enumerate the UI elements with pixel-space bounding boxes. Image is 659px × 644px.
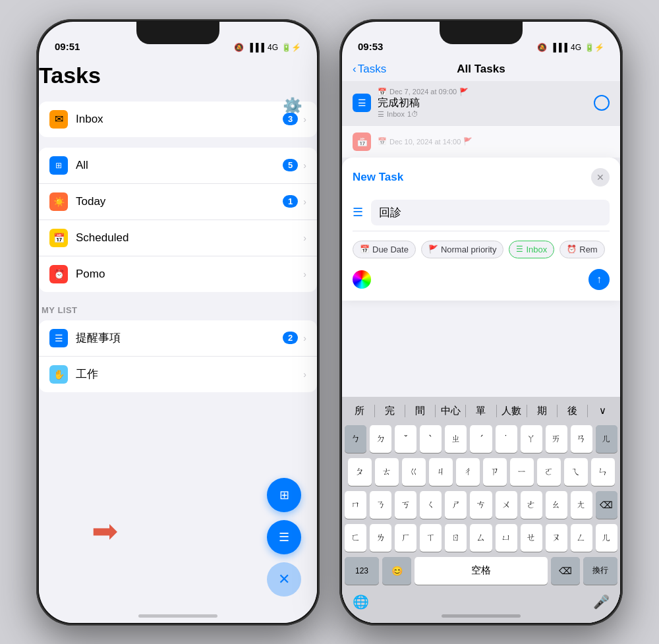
suggest-4[interactable]: 單 [466,402,496,420]
color-wheel[interactable] [353,270,371,289]
key-en[interactable]: ㄣ [591,458,615,486]
key-p[interactable]: ㄆ [348,458,372,486]
key-j[interactable]: ㄐ [429,458,453,486]
suggest-0[interactable]: 所 [345,402,374,420]
key-f[interactable]: ㄈ [345,524,366,552]
scheduled-icon: 📅 [49,229,68,247]
key-o[interactable]: ㄛ [537,458,561,486]
key-u[interactable]: ㄨ [496,491,517,519]
key-h[interactable]: ㄏ [395,524,416,552]
key-ch[interactable]: ㄔ [456,458,480,486]
list-item-today[interactable]: ☀️ Today 1 › [39,184,317,220]
fab-close[interactable]: ✕ [267,562,301,597]
sub-icon-1: ☰ [378,110,384,119]
chip-priority-label: Normal priority [441,245,497,254]
key-i[interactable]: ㄧ [510,458,534,486]
list-item-inbox[interactable]: ✉ Inbox 3 › [39,102,317,137]
mute-icon-1: 🔕 [234,43,244,52]
timer-1: 1⏱ [407,110,418,118]
key-return[interactable]: 換行 [583,557,617,585]
key-tone3[interactable]: ˇ [395,425,416,453]
key-ai[interactable]: ㄞ [546,425,567,453]
key-space[interactable]: 空格 [415,557,548,585]
key-k[interactable]: ㄎ [395,491,416,519]
key-n[interactable]: ㄋ [370,491,391,519]
key-backspace[interactable]: ⌫ [551,557,580,585]
send-icon: ↑ [596,274,602,285]
suggest-more[interactable]: ∨ [588,402,617,420]
key-delete[interactable]: ⌫ [596,491,617,519]
task-circle-1[interactable] [594,95,610,111]
key-s[interactable]: ㄙ [470,524,492,552]
key-ou[interactable]: ㄡ [546,524,567,552]
key-ao[interactable]: ㄠ [546,491,567,519]
key-c[interactable]: ㄘ [470,491,492,519]
key-yu[interactable]: ㄩ [496,524,517,552]
list-item-all[interactable]: ⊞ All 5 › [39,148,317,184]
status-icons-2: 🔕 ▐▐▐ 4G 🔋⚡ [537,43,604,52]
key-r[interactable]: ㄖ [445,524,467,552]
key-e[interactable]: ㄜ [521,491,542,519]
all-label: All [76,159,283,172]
key-m[interactable]: ㄇ [345,491,366,519]
key-g[interactable]: ㄍ [402,458,426,486]
screen-1: ⚙️ Tasks ✉ Inbox 3 › ⊞ All 5 › [39,57,317,623]
globe-icon[interactable]: 🌐 [353,594,369,610]
new-task-title: New Task [353,171,403,184]
fab-new-task[interactable]: ⊞ [267,478,301,512]
kb-row-3: ㄇ ㄋ ㄎ ㄑ ㄕ ㄘ ㄨ ㄜ ㄠ ㄤ ⌫ [345,491,617,519]
key-x[interactable]: ㄒ [420,524,442,552]
key-tone4[interactable]: ˋ [420,425,442,453]
suggest-1[interactable]: 完 [375,402,405,420]
suggest-6[interactable]: 期 [527,402,557,420]
chip-priority-icon: 🚩 [428,245,438,254]
key-an[interactable]: ㄢ [571,425,592,453]
key-q[interactable]: ㄑ [420,491,442,519]
mic-icon[interactable]: 🎤 [593,594,610,610]
key-ang[interactable]: ㄤ [571,491,592,519]
list-item-pomo[interactable]: ⏰ Pomo › [39,256,317,292]
fab-template[interactable]: ☰ [267,520,301,554]
chip-remind[interactable]: ⏰ Rem [559,241,604,258]
chip-inbox[interactable]: ☰ Inbox [509,241,554,258]
key-num[interactable]: ㄅ [345,425,366,453]
key-ye[interactable]: ㄝ [521,524,542,552]
suggest-7[interactable]: 後 [558,402,587,420]
key-l[interactable]: ㄌ [370,524,391,552]
key-zh[interactable]: ㄓ [445,425,467,453]
key-123[interactable]: 123 [345,557,379,585]
chip-priority[interactable]: 🚩 Normal priority [421,241,504,258]
send-button[interactable]: ↑ [588,269,610,290]
key-tone5[interactable]: ˙ [496,425,517,453]
list-item-work[interactable]: ✋ 工作 › [39,357,317,392]
all-chevron: › [303,160,306,171]
key-ei[interactable]: ㄟ [564,458,588,486]
key-er2[interactable]: ㄦ [596,524,617,552]
key-eng[interactable]: ㄥ [571,524,592,552]
nav-back[interactable]: ‹ Tasks [353,63,386,76]
close-button[interactable]: ✕ [591,168,610,187]
screen-2: ‹ Tasks All Tasks ☰ 📅 Dec 7, 2024 at 09:… [342,57,620,623]
network-icon-2: 4G [571,43,581,52]
key-emoji[interactable]: 😊 [382,557,411,585]
other-lists-section: ⊞ All 5 › ☀️ Today 1 › 📅 Scheduled › [39,148,317,292]
chip-due-date[interactable]: 📅 Due Date [353,241,416,258]
key-z[interactable]: ㄗ [483,458,507,486]
suggest-3[interactable]: 中心 [436,402,465,420]
task-input-bg[interactable]: 回診 [371,200,610,225]
task-meta-1: 📅 Dec 7, 2024 at 09:00 🚩 完成初稿 ☰ Inbox 1⏱ [378,88,587,119]
suggest-2[interactable]: 間 [405,402,435,420]
key-t[interactable]: ㄊ [375,458,399,486]
task-row-1[interactable]: ☰ 📅 Dec 7, 2024 at 09:00 🚩 完成初稿 ☰ Inbox … [342,81,620,126]
key-sh[interactable]: ㄕ [445,491,467,519]
key-tone2[interactable]: ˊ [470,425,492,453]
notch-2 [440,22,523,44]
task-row-2: 📅 📅 Dec 10, 2024 at 14:00 🚩 [342,126,620,158]
list-item-reminders[interactable]: ☰ 提醒事項 2 › [39,320,317,357]
reminders-label: 提醒事項 [76,330,283,345]
list-item-scheduled[interactable]: 📅 Scheduled › [39,220,317,256]
key-er[interactable]: ㄦ [596,425,617,453]
key-a[interactable]: ㄚ [521,425,542,453]
key-bo[interactable]: ㄉ [370,425,391,453]
suggest-5[interactable]: 人數 [497,402,527,420]
